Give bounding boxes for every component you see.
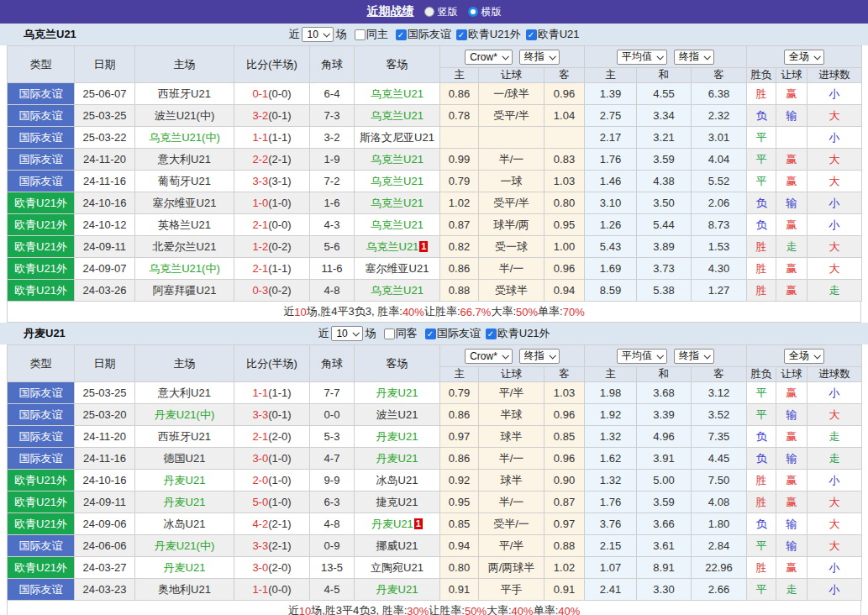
league-filter[interactable]: 欧青U21 — [526, 27, 580, 42]
goals-result-cell: 大 — [808, 535, 862, 557]
vertical-layout-option[interactable]: 竖版 — [424, 5, 458, 19]
red-card-badge: 1 — [414, 518, 423, 529]
handicap-line-cell: 受平/半 — [479, 192, 544, 214]
handicap-away-odds-cell: 0.85 — [544, 426, 585, 448]
handicap-result-text: 输 — [786, 539, 797, 552]
handicap-line-cell: 球半 — [479, 426, 544, 448]
half-time-score: (2-1) — [268, 153, 291, 166]
summary-segment: 66.7% — [460, 306, 492, 318]
radio-checked-icon[interactable] — [468, 7, 478, 17]
handicap-away-odds-cell: 0.90 — [544, 470, 585, 491]
handicap-result-text: 赢 — [786, 218, 797, 231]
col-header-corner: 角球 — [310, 46, 355, 83]
league-filter[interactable]: 欧青U21外 — [456, 27, 521, 42]
chevron-down-icon — [703, 352, 710, 359]
goals-result-cell: 大 — [808, 105, 862, 127]
handicap-result-cell — [776, 127, 808, 149]
handicap-result-cell: 赢 — [776, 214, 808, 236]
date-cell: 24-06-06 — [75, 535, 135, 557]
full-time-score: 4-2 — [252, 518, 268, 530]
match-row: 国际友谊25-06-07西班牙U210-1(0-0)6-4乌克兰U210.86一… — [8, 83, 862, 105]
full-match-select[interactable]: 全场 — [784, 50, 824, 65]
away-team-cell: 丹麦U21 — [355, 448, 440, 470]
date-cell: 25-03-25 — [75, 105, 135, 127]
chevron-down-icon — [703, 53, 710, 60]
handicap-line-cell: 受平/半 — [479, 105, 544, 127]
avg-away-odds-cell: 4.45 — [692, 448, 747, 470]
goals-result-text: 小 — [829, 131, 840, 144]
final-odds-select[interactable]: 终指 — [674, 50, 714, 65]
goals-result-text: 大 — [829, 153, 840, 166]
handicap-line-cell: 一/球半 — [479, 83, 544, 105]
corners-cell: 3-2 — [310, 127, 355, 149]
league-type-cell: 国际友谊 — [8, 105, 75, 127]
avg-away-odds-cell: 1.80 — [692, 513, 747, 535]
outcome-text: 平 — [756, 408, 767, 421]
home-team-name: 波兰U21(中) — [155, 109, 215, 122]
handicap-result-cell: 走 — [776, 579, 808, 601]
date-cell: 24-09-11 — [75, 491, 135, 513]
goals-result-cell: 小 — [808, 470, 862, 491]
handicap-home-odds-cell: 0.79 — [440, 382, 479, 404]
outcome-cell: 平 — [747, 579, 776, 601]
subcol-avg-draw: 和 — [637, 68, 692, 83]
average-select[interactable]: 平均值 — [617, 349, 667, 364]
home-team-cell: 冰岛U21 — [135, 513, 234, 535]
avg-away-odds-cell: 4.04 — [692, 149, 747, 171]
outcome-text: 负 — [756, 518, 767, 530]
outcome-cell: 负 — [747, 192, 776, 214]
date-cell: 24-03-23 — [75, 579, 135, 601]
summary-row: 近10场,胜4平3负3, 胜率:40% 让胜率:66.7% 大率:50% 单率:… — [7, 302, 861, 323]
away-team-name: 丹麦U21 — [376, 386, 418, 399]
home-team-name: 北爱尔兰U21 — [153, 240, 217, 253]
select-value: Crow* — [470, 350, 497, 362]
league-filter[interactable]: 欧青U21外 — [486, 326, 550, 341]
match-count-select[interactable]: 10 — [302, 27, 333, 42]
col-header-score: 比分(半场) — [234, 345, 310, 382]
away-team-cell: 立陶宛U21 — [355, 557, 440, 579]
goals-result-cell: 大 — [808, 258, 862, 280]
avg-away-odds-cell: 3.12 — [692, 382, 747, 404]
corners-cell: 0-0 — [310, 404, 355, 426]
company-select[interactable]: Crow* — [465, 349, 513, 364]
match-count-select[interactable]: 10 — [331, 326, 362, 341]
final-odds-select[interactable]: 终指 — [519, 50, 560, 65]
handicap-result-text: 赢 — [786, 87, 797, 100]
avg-home-odds-cell: 2.15 — [585, 535, 637, 557]
league-filter[interactable]: 国际友谊 — [396, 27, 451, 42]
handicap-home-odds-cell: 0.97 — [440, 426, 479, 448]
company-select[interactable]: Crow* — [465, 50, 513, 65]
full-match-select[interactable]: 全场 — [784, 349, 824, 364]
avg-home-odds-cell: 5.43 — [585, 236, 637, 258]
corners-cell: 9-9 — [310, 470, 355, 491]
avg-draw-odds-cell: 5.38 — [637, 280, 692, 302]
same-venue-filter[interactable]: 同主 — [355, 27, 388, 42]
horizontal-layout-option[interactable]: 横版 — [468, 5, 502, 19]
away-team-name: 丹麦U21 — [376, 430, 418, 443]
avg-draw-odds-cell: 3.59 — [637, 491, 692, 513]
avg-away-odds-cell: 1.53 — [692, 236, 747, 258]
same-venue-filter[interactable]: 同客 — [384, 326, 418, 341]
select-value: 平均值 — [622, 349, 652, 363]
radio-unchecked-icon[interactable] — [424, 7, 434, 17]
goals-result-cell: 大 — [808, 491, 862, 513]
avg-home-odds-cell: 1.39 — [585, 83, 637, 105]
average-select[interactable]: 平均值 — [617, 50, 667, 65]
handicap-line-cell — [479, 127, 544, 149]
final-odds-select[interactable]: 终指 — [674, 349, 714, 364]
final-odds-select[interactable]: 终指 — [519, 349, 560, 364]
league-filter-label: 欧青U21 — [538, 27, 580, 42]
corners-cell: 7-2 — [310, 171, 355, 192]
avg-home-odds-cell: 1.98 — [585, 382, 637, 404]
avg-home-odds-cell: 1.92 — [585, 404, 637, 426]
avg-home-odds-cell: 1.07 — [585, 557, 637, 579]
outcome-cell: 负 — [747, 105, 776, 127]
league-type-cell: 欧青U21外 — [8, 491, 75, 513]
subcol-goals-result: 进球数 — [808, 367, 862, 382]
outcome-text: 平 — [756, 583, 767, 596]
league-filter[interactable]: 国际友谊 — [425, 326, 481, 341]
goals-result-text: 小 — [829, 474, 840, 486]
avg-away-odds-cell: 2.06 — [692, 192, 747, 214]
home-team-name: 丹麦U21(中) — [155, 539, 215, 552]
away-team-name: 丹麦U21 — [376, 452, 418, 465]
